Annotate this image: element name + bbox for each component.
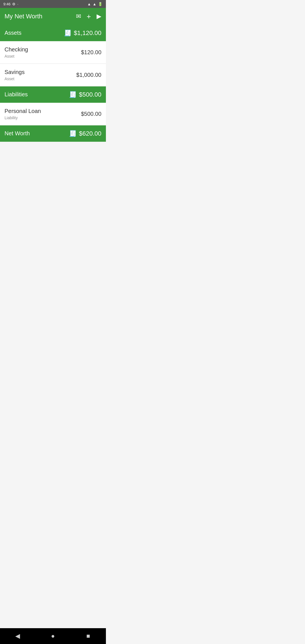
personal-loan-item[interactable]: Personal Loan Liability $500.00 [0,103,106,125]
add-icon[interactable]: + [87,12,91,21]
battery-icon: 🔋 [98,2,103,6]
checking-name: Checking [5,46,28,53]
assets-section-header: Assets 🧾 $1,120.00 [0,25,106,41]
savings-item-info: Savings Asset [5,69,25,81]
savings-amount: $1,000.00 [76,72,101,78]
status-right: ▲ ▲ 🔋 [87,2,103,6]
savings-item[interactable]: Savings Asset $1,000.00 [0,64,106,86]
checking-type: Asset [5,54,28,58]
status-bar: 9:46 ⚙ · ▲ ▲ 🔋 [0,0,106,8]
assets-total: $1,120.00 [74,29,101,37]
checking-amount: $120.00 [81,49,101,56]
net-worth-receipt-icon: 🧾 [69,130,77,137]
personal-loan-info: Personal Loan Liability [5,108,41,120]
status-left: 9:46 ⚙ · [3,2,18,6]
checking-item[interactable]: Checking Asset $120.00 [0,41,106,64]
empty-content-area [0,142,106,255]
assets-label: Assets [5,30,64,36]
personal-loan-amount: $500.00 [81,111,101,117]
status-time: 9:46 [3,2,10,6]
toolbar-actions: ✉ + ▶ [76,12,101,21]
liabilities-total: $500.00 [79,91,101,98]
savings-type: Asset [5,77,25,81]
assets-receipt-icon: 🧾 [64,29,71,37]
toolbar: My Net Worth ✉ + ▶ [0,8,106,25]
net-worth-total: $620.00 [79,130,101,137]
liabilities-receipt-icon: 🧾 [69,91,77,98]
savings-name: Savings [5,69,25,75]
nav-bar: ◀ ● ■ [0,628,106,644]
nav-recent-button[interactable]: ■ [80,630,97,642]
settings-icon: ⚙ [12,2,16,6]
dot-icon: · [17,2,18,6]
net-worth-label: Net Worth [5,130,69,137]
page-title: My Net Worth [5,13,42,20]
email-icon[interactable]: ✉ [76,13,81,20]
wifi-icon: ▲ [87,2,91,6]
personal-loan-type: Liability [5,116,41,120]
signal-icon: ▲ [93,2,96,6]
liabilities-section-header: Liabilities 🧾 $500.00 [0,86,106,103]
nav-home-button[interactable]: ● [45,630,62,642]
personal-loan-name: Personal Loan [5,108,41,114]
play-icon[interactable]: ▶ [97,13,101,20]
net-worth-section-header: Net Worth 🧾 $620.00 [0,125,106,142]
liabilities-label: Liabilities [5,91,69,98]
checking-item-info: Checking Asset [5,46,28,58]
nav-back-button[interactable]: ◀ [9,630,26,642]
